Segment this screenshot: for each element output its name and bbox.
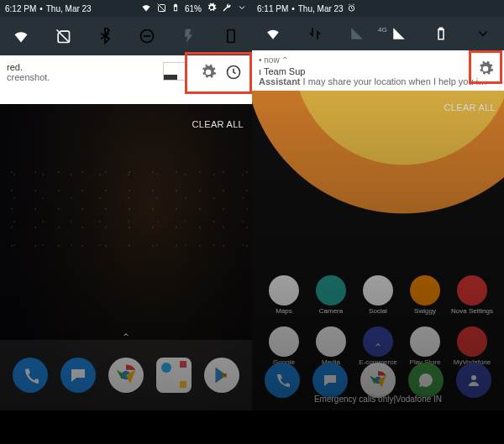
dock: ⌃ xyxy=(252,355,504,405)
phone-icon[interactable] xyxy=(13,358,48,393)
qs-bluetooth[interactable] xyxy=(96,27,114,45)
expand-icon[interactable] xyxy=(237,3,247,14)
chrome-icon[interactable] xyxy=(360,363,396,398)
app-camera-icon[interactable]: Camera xyxy=(309,275,353,315)
status-date: Thu, Mar 23 xyxy=(298,4,344,13)
svg-point-9 xyxy=(375,377,382,384)
swiggy-icon[interactable] xyxy=(410,275,440,306)
battery-icon xyxy=(171,3,180,14)
app-label: Nova Settings xyxy=(451,307,493,315)
nav-home[interactable] xyxy=(370,418,386,436)
clear-all-button[interactable]: CLEAR ALL xyxy=(444,102,496,112)
wallpaper-dimmed: CLEAR ALL ⌃ xyxy=(0,104,252,444)
navigation-bar xyxy=(252,410,504,444)
alarm-icon xyxy=(347,3,356,14)
qs-wifi[interactable] xyxy=(264,24,282,43)
status-time: 6:12 PM xyxy=(5,4,36,13)
quick-settings: 4G xyxy=(252,17,504,50)
svg-point-7 xyxy=(122,371,131,380)
wrench-icon[interactable] xyxy=(222,3,232,14)
qs-data-arrows[interactable] xyxy=(306,24,324,43)
messages-icon[interactable] xyxy=(312,363,348,398)
app-label: Camera xyxy=(319,307,343,315)
qs-expand[interactable] xyxy=(474,24,492,43)
app-nova-settings-icon[interactable]: Nova Settings xyxy=(450,275,494,315)
phone-icon[interactable] xyxy=(265,363,300,398)
google-folder[interactable] xyxy=(269,326,299,357)
nav-back[interactable] xyxy=(52,418,67,436)
screenshot-thumbnail[interactable] xyxy=(163,62,186,81)
app-drawer-handle[interactable]: ⌃ xyxy=(374,342,382,353)
status-time: 6:11 PM xyxy=(257,4,288,13)
nav-home[interactable] xyxy=(118,418,134,436)
playstore-icon[interactable] xyxy=(204,358,239,393)
nav-back[interactable] xyxy=(304,418,319,436)
clear-all-button[interactable]: CLEAR ALL xyxy=(192,119,244,129)
navigation-bar xyxy=(0,410,252,444)
nova-settings-icon[interactable] xyxy=(457,275,487,306)
myvodafone-icon[interactable] xyxy=(457,326,487,357)
ecommerce-folder[interactable] xyxy=(363,326,393,357)
qs-rotation[interactable] xyxy=(222,27,240,45)
app-google-folder[interactable]: Google xyxy=(262,326,306,366)
maps-icon[interactable] xyxy=(269,275,299,306)
notification-card[interactable]: red. creenshot. xyxy=(0,55,252,104)
qs-signal-1[interactable] xyxy=(348,24,366,43)
app-media-folder[interactable]: Media xyxy=(309,326,353,366)
right-phone: 6:11 PM • Thu, Mar 23 4G • now ⌃ ı Team … xyxy=(252,0,504,444)
messages-icon[interactable] xyxy=(60,358,96,393)
app-social-folder[interactable]: Social xyxy=(356,275,400,315)
wallpaper-dimmed: CLEAR ALL MapsCameraSocialSwiggyNova Set… xyxy=(252,91,504,444)
app-myvodafone-icon[interactable]: MyVodafone xyxy=(450,326,494,366)
qs-battery[interactable] xyxy=(432,24,450,43)
nav-recent[interactable] xyxy=(186,418,201,436)
notif-title: ı Team Sup xyxy=(259,66,497,76)
app-ecommerce-folder[interactable]: E-commerce xyxy=(356,326,400,366)
app-playstore-icon[interactable]: Play Store xyxy=(403,326,447,366)
app-drawer-handle[interactable]: ⌃ xyxy=(122,332,130,343)
qs-signal-4g[interactable]: 4G xyxy=(390,24,408,43)
notif-settings-icon[interactable] xyxy=(200,64,217,82)
qs-sim[interactable] xyxy=(54,27,72,45)
contacts-icon[interactable] xyxy=(456,363,491,398)
network-status-text: Emergency calls only|Vodafone IN xyxy=(252,394,504,404)
app-grid: MapsCameraSocialSwiggyNova SettingsGoogl… xyxy=(260,275,496,366)
svg-point-10 xyxy=(471,375,476,380)
settings-icon[interactable] xyxy=(207,3,217,14)
app-label: Swiggy xyxy=(414,307,436,315)
status-date: Thu, Mar 23 xyxy=(46,4,92,13)
app-label: MyVodafone xyxy=(454,358,491,366)
qs-flashlight[interactable] xyxy=(180,27,198,45)
media-folder[interactable] xyxy=(316,326,346,357)
nosim-icon xyxy=(156,3,166,14)
app-maps-icon[interactable]: Maps xyxy=(262,275,306,315)
notification-card[interactable]: • now ⌃ ı Team Sup Assistant I may share… xyxy=(252,50,504,91)
camera-icon[interactable] xyxy=(156,358,192,393)
dock: ⌃ xyxy=(0,345,252,405)
playstore-icon[interactable] xyxy=(410,326,440,357)
status-bar: 6:11 PM • Thu, Mar 23 xyxy=(252,0,504,17)
svg-point-8 xyxy=(369,371,387,389)
social-folder[interactable] xyxy=(363,275,393,306)
notif-body: Assistant I may share your location when… xyxy=(259,76,497,86)
app-label: Maps xyxy=(276,307,292,315)
notif-meta: • now ⌃ xyxy=(259,55,497,65)
app-label: Media xyxy=(322,358,340,366)
app-label: Google xyxy=(273,358,295,366)
nav-recent[interactable] xyxy=(438,418,453,436)
notif-snooze-icon[interactable] xyxy=(225,64,242,82)
app-label: Play Store xyxy=(410,358,441,366)
svg-point-6 xyxy=(116,365,137,386)
qs-wifi[interactable] xyxy=(12,27,30,45)
app-swiggy-icon[interactable]: Swiggy xyxy=(403,275,447,315)
qs-dnd[interactable] xyxy=(138,27,156,45)
quick-settings xyxy=(0,17,252,55)
whatsapp-icon[interactable] xyxy=(408,363,444,398)
battery-pct: 61% xyxy=(185,4,202,13)
app-label: E-commerce xyxy=(359,358,396,366)
wifi-icon xyxy=(141,3,151,14)
left-phone: 6:12 PM • Thu, Mar 23 61% red. creenshot… xyxy=(0,0,252,444)
notif-settings-icon[interactable] xyxy=(477,60,494,79)
chrome-icon[interactable] xyxy=(108,358,144,393)
camera-icon[interactable] xyxy=(316,275,346,306)
